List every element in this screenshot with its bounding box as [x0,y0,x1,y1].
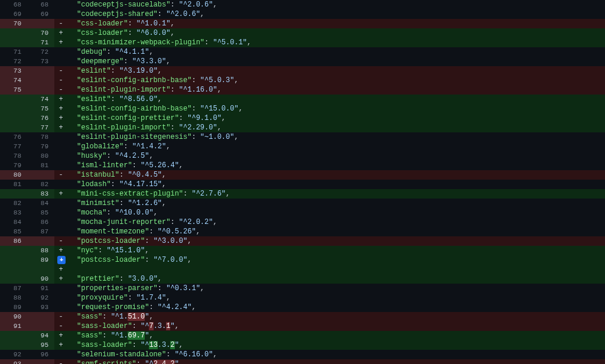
code-content[interactable]: "mocha-junit-reporter": "^2.0.2", [67,217,605,227]
code-content[interactable]: "codeceptjs-saucelabs": "^2.0.6", [67,0,605,9]
code-content[interactable]: "moment-timezone": "^0.5.26", [67,227,605,236]
old-line-number[interactable]: 70 [0,19,27,28]
diff-row[interactable]: 70+"css-loader": "^6.0.0", [0,28,605,38]
new-line-number[interactable] [27,76,54,85]
code-content[interactable]: "sass-loader": "^7.3.1", [67,321,605,331]
code-content[interactable]: "proxyquire": "1.7.4", [67,293,605,303]
old-line-number[interactable] [0,246,27,255]
new-line-number[interactable]: 82 [27,180,54,189]
diff-row[interactable]: 8587 "moment-timezone": "^0.5.26", [0,227,605,236]
new-line-number[interactable]: 93 [27,303,54,312]
diff-row[interactable]: 73-"eslint": "^3.19.0", [0,66,605,76]
diff-row[interactable]: 9296 "selenium-standalone": "^6.16.0", [0,350,605,359]
diff-row[interactable]: 6868 "codeceptjs-saucelabs": "^2.0.6", [0,0,605,9]
old-line-number[interactable]: 76 [0,132,27,142]
new-line-number[interactable]: 89 [27,255,54,274]
code-content[interactable]: "lodash": "^4.17.15", [67,180,605,189]
diff-row[interactable]: 80-"istanbul": "^0.4.5", [0,170,605,180]
old-line-number[interactable]: 91 [0,321,27,331]
new-line-number[interactable]: 71 [27,38,54,47]
diff-row[interactable]: 6969 "codeceptjs-shared": "^2.0.6", [0,9,605,19]
diff-row[interactable]: 74+"eslint": "^8.56.0", [0,95,605,104]
old-line-number[interactable]: 71 [0,47,27,57]
code-content[interactable]: "css-loader": "^6.0.0", [67,28,605,38]
code-content[interactable]: "deepmerge": "^3.3.0", [67,57,605,66]
diff-row[interactable]: 70-"css-loader": "^1.0.1", [0,19,605,28]
diff-row[interactable]: 8791 "properties-parser": "^0.3.1", [0,284,605,293]
code-content[interactable]: "postcss-loader": "^7.0.0", [67,255,605,274]
new-line-number[interactable]: 86 [27,217,54,227]
new-line-number[interactable]: 78 [27,132,54,142]
code-content[interactable]: "eslint-config-airbnb-base": "^15.0.0", [67,104,605,113]
code-content[interactable]: "prettier": "3.0.0", [67,274,605,284]
old-line-number[interactable] [0,123,27,132]
old-line-number[interactable]: 69 [0,9,27,19]
new-line-number[interactable]: 92 [27,293,54,303]
old-line-number[interactable]: 68 [0,0,27,9]
diff-row[interactable]: 7779 "globalize": "^1.4.2", [0,142,605,151]
diff-row[interactable]: 8486 "mocha-junit-reporter": "^2.0.2", [0,217,605,227]
old-line-number[interactable]: 73 [0,66,27,76]
old-line-number[interactable]: 72 [0,57,27,66]
old-line-number[interactable]: 78 [0,151,27,161]
diff-row[interactable]: 8385 "mocha": "^10.0.0", [0,208,605,217]
diff-row[interactable]: 91-"sass-loader": "^7.3.1", [0,321,605,331]
code-content[interactable]: "properties-parser": "^0.3.1", [67,284,605,293]
diff-row[interactable]: 86-"postcss-loader": "^3.0.0", [0,236,605,246]
plus-badge-icon[interactable]: + [57,256,66,264]
code-content[interactable]: "mini-css-extract-plugin": "^2.7.6", [67,189,605,199]
code-content[interactable]: "isml-linter": "^5.26.4", [67,161,605,170]
code-content[interactable]: "eslint": "^8.56.0", [67,95,605,104]
old-line-number[interactable] [0,331,27,340]
new-line-number[interactable]: 87 [27,227,54,236]
code-content[interactable]: "minimist": "^1.2.6", [67,199,605,208]
new-line-number[interactable]: 95 [27,340,54,350]
diff-row[interactable]: 75-"eslint-plugin-import": "^1.16.0", [0,85,605,95]
new-line-number[interactable]: 75 [27,104,54,113]
new-line-number[interactable]: 74 [27,95,54,104]
diff-row[interactable]: 77+"eslint-plugin-import": "^2.29.0", [0,123,605,132]
diff-row[interactable]: 8993 "request-promise": "^4.2.4", [0,303,605,312]
code-content[interactable]: "eslint-config-prettier": "^9.1.0", [67,113,605,123]
old-line-number[interactable] [0,340,27,350]
new-line-number[interactable]: 85 [27,208,54,217]
code-content[interactable]: "eslint-plugin-sitegenesis": "~1.0.0", [67,132,605,142]
diff-row[interactable]: 7273 "deepmerge": "^3.3.0", [0,57,605,66]
code-content[interactable]: "postcss-loader": "^3.0.0", [67,236,605,246]
old-line-number[interactable] [0,38,27,47]
diff-row[interactable]: 90+"prettier": "3.0.0", [0,274,605,284]
diff-row[interactable]: 74-"eslint-config-airbnb-base": "^5.0.3"… [0,76,605,85]
new-line-number[interactable]: 69 [27,9,54,19]
new-line-number[interactable]: 68 [27,0,54,9]
new-line-number[interactable] [27,236,54,246]
new-line-number[interactable] [27,66,54,76]
diff-row[interactable]: 90-"sass": "^1.51.0", [0,312,605,321]
old-line-number[interactable]: 86 [0,236,27,246]
diff-row[interactable]: 8892 "proxyquire": "1.7.4", [0,293,605,303]
new-line-number[interactable]: 76 [27,113,54,123]
old-line-number[interactable]: 92 [0,350,27,359]
diff-row[interactable]: 76+"eslint-config-prettier": "^9.1.0", [0,113,605,123]
code-content[interactable]: "selenium-standalone": "^6.16.0", [67,350,605,359]
code-content[interactable]: "nyc": "^15.1.0", [67,246,605,255]
new-line-number[interactable]: 94 [27,331,54,340]
new-line-number[interactable]: 73 [27,57,54,66]
diff-row[interactable]: 7678 "eslint-plugin-sitegenesis": "~1.0.… [0,132,605,142]
code-content[interactable]: "eslint-config-airbnb-base": "^5.0.3", [67,76,605,85]
diff-row[interactable]: 95+"sass-loader": "^13.3.2", [0,340,605,350]
code-content[interactable]: "sass": "^1.51.0", [67,312,605,321]
code-content[interactable]: "sgmf-scripts": "^2.4.2", [67,359,605,364]
code-content[interactable]: "css-minimizer-webpack-plugin": "^5.0.1"… [67,38,605,47]
old-line-number[interactable]: 89 [0,303,27,312]
old-line-number[interactable]: 79 [0,161,27,170]
old-line-number[interactable]: 75 [0,85,27,95]
code-content[interactable]: "eslint-plugin-import": "^1.16.0", [67,85,605,95]
old-line-number[interactable]: 93 [0,359,27,364]
new-line-number[interactable]: 91 [27,284,54,293]
code-content[interactable]: "css-loader": "^1.0.1", [67,19,605,28]
new-line-number[interactable]: 79 [27,142,54,151]
old-line-number[interactable]: 81 [0,180,27,189]
new-line-number[interactable]: 72 [27,47,54,57]
new-line-number[interactable]: 83 [27,189,54,199]
old-line-number[interactable]: 84 [0,217,27,227]
